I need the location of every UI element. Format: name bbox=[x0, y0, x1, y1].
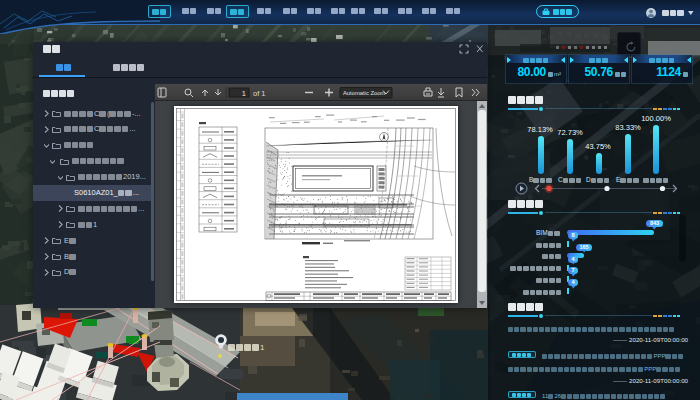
svg-text:1: 1 bbox=[242, 89, 246, 98]
svg-text:of 1: of 1 bbox=[253, 89, 266, 98]
svg-text:Automatic Zoom: Automatic Zoom bbox=[343, 90, 385, 96]
